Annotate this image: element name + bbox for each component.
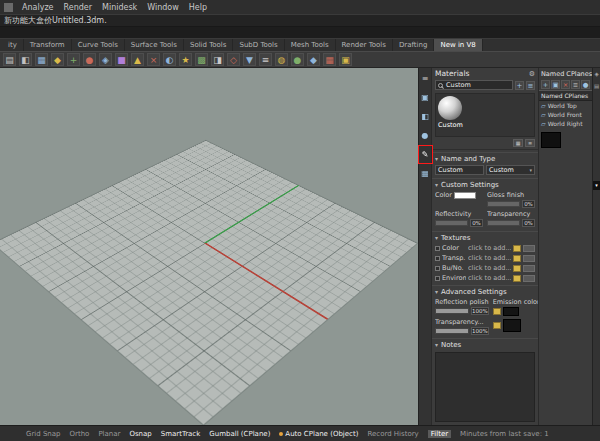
emission-color-swatch[interactable] <box>503 307 519 316</box>
tab-transform[interactable]: Transform <box>24 39 72 51</box>
toolbar-icon-20[interactable]: ◆ <box>307 53 320 66</box>
color-swatch[interactable] <box>454 192 476 199</box>
tab-new-in-v8[interactable]: New in V8 <box>434 39 482 51</box>
cplane-list-item[interactable]: ▱World Top <box>539 101 592 110</box>
libraries-tab-icon[interactable]: ▦ <box>420 168 431 179</box>
toolbar-icon-6[interactable]: ● <box>83 53 96 66</box>
texture-swatch-button[interactable] <box>523 245 535 252</box>
panel-menu-icon[interactable]: ≡ <box>420 73 431 84</box>
menu-minidesk[interactable]: Minidesk <box>97 3 142 12</box>
tab-surface-tools[interactable]: Surface Tools <box>125 39 184 51</box>
reflection-polish-value[interactable]: 100% <box>471 307 489 315</box>
texture-checkbox[interactable] <box>435 256 440 261</box>
toolbar-icon-3[interactable]: ▦ <box>35 53 48 66</box>
material-type-select[interactable]: Custom <box>486 165 535 175</box>
section-notes[interactable]: Notes <box>432 338 538 350</box>
material-thumbnail[interactable]: Custom <box>438 96 532 129</box>
section-textures[interactable]: Textures <box>432 231 538 243</box>
toolbar-icon-2[interactable]: ◧ <box>19 53 32 66</box>
new-cplane-icon[interactable]: + <box>541 80 550 89</box>
texture-add-link[interactable]: click to add... <box>468 274 511 282</box>
toolbar-icon-19[interactable]: ● <box>291 53 304 66</box>
cplane-list-item[interactable]: ▱World Right <box>539 119 592 128</box>
tab-subd-tools[interactable]: SubD Tools <box>233 39 284 51</box>
toolbar-icon-10[interactable]: × <box>147 53 160 66</box>
cplane-list-item[interactable]: ▱World Front <box>539 110 592 119</box>
status-gumball-cplane[interactable]: Gumball (CPlane) <box>209 430 270 438</box>
status-minutes-from-last-save-1[interactable]: Minutes from last save: 1 <box>460 430 549 438</box>
status-ortho[interactable]: Ortho <box>70 430 90 438</box>
grid-view-button[interactable]: ▦ <box>513 139 523 147</box>
transparency-value[interactable]: 0% <box>522 219 535 227</box>
status-auto-cplane-object[interactable]: Auto CPlane (Object) <box>279 430 358 438</box>
advanced-color-swatch[interactable] <box>503 319 521 332</box>
gloss-value[interactable]: 0% <box>522 200 535 208</box>
tab-curve-tools[interactable]: Curve Tools <box>72 39 125 51</box>
texture-folder-icon[interactable] <box>513 265 521 272</box>
toolbar-icon-17[interactable]: ≡ <box>259 53 272 66</box>
toolbar-icon-5[interactable]: + <box>67 53 80 66</box>
advanced-transparency-slider[interactable] <box>435 328 469 334</box>
texture-swatch-button[interactable] <box>523 265 535 272</box>
menu-help[interactable]: Help <box>184 3 212 12</box>
command-input[interactable] <box>0 27 600 39</box>
status-grid-snap[interactable]: Grid Snap <box>26 430 61 438</box>
toolbar-icon-15[interactable]: ◇ <box>227 53 240 66</box>
texture-folder-icon[interactable] <box>513 255 521 262</box>
tab-render-tools[interactable]: Render Tools <box>336 39 393 51</box>
texture-checkbox[interactable] <box>435 276 440 281</box>
toolbar-icon-4[interactable]: ◆ <box>51 53 64 66</box>
status-osnap[interactable]: Osnap <box>129 430 151 438</box>
gear-icon[interactable] <box>529 69 535 78</box>
right-panel-tab-icon-2[interactable]: ▤ <box>594 83 599 90</box>
status-smarttrack[interactable]: SmartTrack <box>161 430 201 438</box>
texture-add-link[interactable]: click to add... <box>468 254 511 262</box>
status-filter[interactable]: Filter <box>428 430 451 438</box>
section-custom-settings[interactable]: Custom Settings <box>432 178 538 190</box>
gloss-slider[interactable] <box>487 201 520 207</box>
toolbar-icon-22[interactable]: ▣ <box>339 53 352 66</box>
toolbar-icon-1[interactable]: ▤ <box>3 53 16 66</box>
tab-mesh-tools[interactable]: Mesh Tools <box>285 39 336 51</box>
texture-folder-icon[interactable] <box>513 275 521 282</box>
toolbar-icon-18[interactable]: ◍ <box>275 53 288 66</box>
section-advanced-settings[interactable]: Advanced Settings <box>432 285 538 297</box>
toolbar-icon-21[interactable]: ▦ <box>323 53 336 66</box>
transparency-slider[interactable] <box>487 220 520 226</box>
toolbar-icon-11[interactable]: ◐ <box>163 53 176 66</box>
display-tab-icon[interactable]: ● <box>420 130 431 141</box>
tab-ity[interactable]: ity <box>2 39 24 51</box>
add-material-button[interactable]: + <box>515 81 524 90</box>
toolbar-icon-8[interactable]: ■ <box>115 53 128 66</box>
toolbar-icon-14[interactable]: ◨ <box>211 53 224 66</box>
cplane-menu-icon[interactable]: ≡ <box>571 80 580 89</box>
list-view-button[interactable]: ≡ <box>525 139 535 147</box>
tab-solid-tools[interactable]: Solid Tools <box>184 39 234 51</box>
layers-tab-icon[interactable]: ◧ <box>420 111 431 122</box>
texture-checkbox[interactable] <box>435 266 440 271</box>
edit-cplane-icon[interactable]: ▣ <box>551 80 560 89</box>
properties-tab-icon[interactable]: ▣ <box>420 92 431 103</box>
material-search-input[interactable]: Custom <box>435 80 513 90</box>
collapse-panel-button[interactable]: ▾ <box>593 181 600 190</box>
reflectivity-slider[interactable] <box>435 220 468 226</box>
menu-window[interactable]: Window <box>142 3 184 12</box>
tab-drafting[interactable]: Drafting <box>393 39 434 51</box>
texture-swatch-button[interactable] <box>523 275 535 282</box>
status-planar[interactable]: Planar <box>98 430 120 438</box>
toolbar-icon-16[interactable]: ▼ <box>243 53 256 66</box>
advanced-transparency-value[interactable]: 100% <box>471 327 489 335</box>
notes-textarea[interactable] <box>435 352 535 422</box>
texture-swatch-button[interactable] <box>523 255 535 262</box>
toolbar-icon-7[interactable]: ◈ <box>99 53 112 66</box>
toolbar-icon-9[interactable]: ▲ <box>131 53 144 66</box>
reflection-polish-slider[interactable] <box>435 308 469 314</box>
status-record-history[interactable]: Record History <box>367 430 418 438</box>
texture-folder-icon[interactable] <box>513 245 521 252</box>
emission-texture-icon[interactable] <box>493 308 501 315</box>
menu-analyze[interactable]: Analyze <box>17 3 59 12</box>
cplane-options-icon[interactable]: ● <box>581 80 590 89</box>
right-panel-tab-icon[interactable]: ◈ <box>594 71 598 78</box>
texture-checkbox[interactable] <box>435 246 440 251</box>
texture-add-link[interactable]: click to add... <box>468 244 511 252</box>
